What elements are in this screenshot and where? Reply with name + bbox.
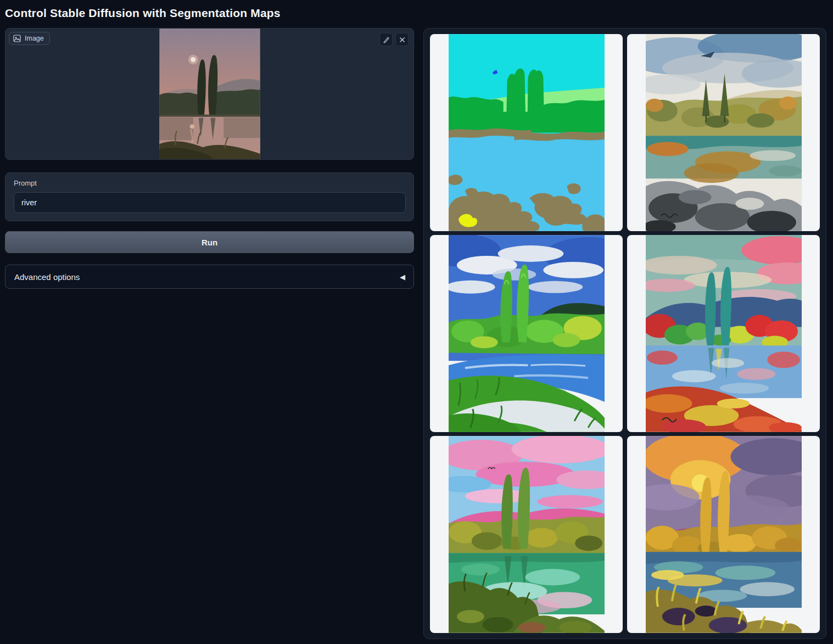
gallery-item-watercolor-river[interactable]	[627, 34, 820, 231]
edit-image-button[interactable]	[379, 33, 393, 46]
prompt-input[interactable]	[14, 192, 406, 213]
prompt-block: Prompt	[5, 172, 414, 221]
gallery-item-pink-sky-river[interactable]	[430, 436, 623, 633]
pencil-icon	[383, 36, 390, 43]
gallery-item-segmentation-map[interactable]	[430, 34, 623, 231]
image-actions	[379, 33, 409, 46]
clear-image-button[interactable]	[395, 33, 409, 46]
image-input-block: Image	[5, 28, 414, 160]
page-title: Control Stable Diffusion with Segmentati…	[5, 7, 826, 20]
uploaded-image-preview	[159, 29, 260, 159]
advanced-options-label: Advanced options	[14, 272, 80, 282]
image-input-label-text: Image	[25, 35, 44, 42]
prompt-label: Prompt	[14, 179, 406, 187]
run-button[interactable]: Run	[5, 231, 414, 253]
gallery-item-expressionist-red-river[interactable]	[627, 235, 820, 432]
gallery-item-golden-sunset-river[interactable]	[627, 436, 820, 633]
caret-left-icon: ◀	[400, 273, 405, 281]
image-input-label: Image	[9, 32, 50, 45]
result-gallery	[423, 28, 826, 639]
image-icon	[13, 35, 21, 42]
gallery-item-vivid-green-river[interactable]	[430, 235, 623, 432]
x-icon	[399, 37, 405, 43]
input-column: Image	[5, 28, 414, 289]
app-page: Control Stable Diffusion with Segmentati…	[0, 0, 833, 644]
main-layout: Image	[5, 28, 826, 639]
advanced-options-accordion[interactable]: Advanced options ◀	[5, 265, 414, 289]
